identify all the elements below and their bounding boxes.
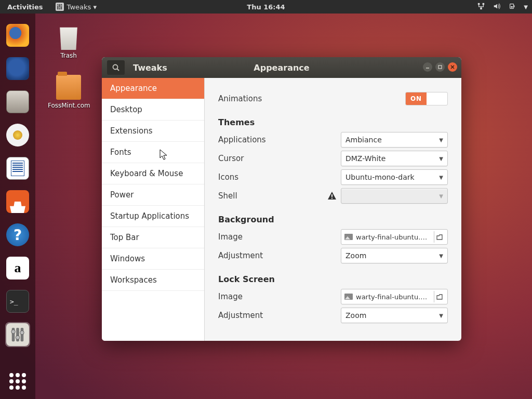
svg-point-15 xyxy=(11,330,16,334)
lock-adjustment-label: Adjustment xyxy=(218,311,341,320)
desktop-folder-label: FossMint.com xyxy=(48,102,90,109)
window-title: Tweaks xyxy=(133,63,167,73)
svg-point-5 xyxy=(60,5,62,7)
chevron-down-icon: ▼ xyxy=(439,156,443,162)
toggle-on-label: ON xyxy=(406,92,427,105)
activities-button[interactable]: Activities xyxy=(0,3,50,11)
bg-adjustment-label: Adjustment xyxy=(218,251,341,260)
chevron-down-icon: ▼ xyxy=(439,313,443,318)
lock-adjustment-value: Zoom xyxy=(345,311,439,320)
dock-writer[interactable] xyxy=(5,156,30,181)
dock-amazon[interactable]: a xyxy=(5,256,30,281)
svg-rect-22 xyxy=(331,194,332,197)
sidebar-item-fonts[interactable]: Fonts xyxy=(102,142,204,163)
window-subtitle: Appearance xyxy=(254,63,309,73)
bg-image-value: warty-final-ubuntu.png xyxy=(356,233,431,241)
applications-value: Ambiance xyxy=(345,136,439,144)
network-icon xyxy=(477,3,485,11)
search-button[interactable] xyxy=(107,60,125,75)
volume-icon xyxy=(493,3,501,11)
mouse-cursor xyxy=(159,149,169,163)
dock-terminal[interactable]: >_ xyxy=(5,289,30,314)
icons-combo[interactable]: Ubuntu-mono-dark ▼ xyxy=(341,169,448,185)
dock-tweaks[interactable] xyxy=(5,322,30,347)
sidebar-item-workspaces[interactable]: Workspaces xyxy=(102,270,204,291)
themes-heading: Themes xyxy=(218,117,448,127)
dock-software[interactable] xyxy=(5,189,30,214)
app-menu-label: Tweaks ▾ xyxy=(67,3,97,11)
dock-files[interactable] xyxy=(5,89,30,114)
open-icon xyxy=(434,231,444,243)
settings-panel: Animations ON Themes Applications Ambian… xyxy=(205,78,461,341)
svg-rect-10 xyxy=(511,6,513,8)
applications-combo[interactable]: Ambiance ▼ xyxy=(341,132,448,148)
chevron-down-icon: ▼ xyxy=(439,253,443,259)
lock-heading: Lock Screen xyxy=(218,274,448,284)
gnome-top-bar: Activities Tweaks ▾ Thu 16:44 ▼ xyxy=(0,0,532,14)
cursor-label: Cursor xyxy=(218,154,341,163)
lock-adjustment-combo[interactable]: Zoom ▼ xyxy=(341,308,448,323)
applications-label: Applications xyxy=(218,135,341,144)
dock-thunderbird[interactable] xyxy=(5,56,30,81)
svg-rect-23 xyxy=(331,198,332,199)
maximize-button[interactable] xyxy=(435,62,445,72)
dock-firefox[interactable] xyxy=(5,23,30,48)
svg-rect-21 xyxy=(438,65,442,69)
show-applications-button[interactable] xyxy=(7,371,28,392)
sidebar-item-extensions[interactable]: Extensions xyxy=(102,121,204,142)
bg-adjustment-combo[interactable]: Zoom ▼ xyxy=(341,248,448,263)
animations-toggle[interactable]: ON xyxy=(405,92,448,105)
desktop-folder[interactable]: FossMint.com xyxy=(48,75,89,109)
bg-image-label: Image xyxy=(218,232,341,242)
cursor-value: DMZ-White xyxy=(345,154,439,163)
svg-rect-8 xyxy=(481,7,483,9)
sidebar-item-startup-applications[interactable]: Startup Applications xyxy=(102,206,204,227)
animations-label: Animations xyxy=(218,94,405,103)
desktop-trash[interactable]: Trash xyxy=(48,25,89,59)
svg-point-3 xyxy=(57,5,58,6)
bg-adjustment-value: Zoom xyxy=(345,251,439,260)
titlebar[interactable]: Tweaks Appearance xyxy=(102,57,461,78)
icons-value: Ubuntu-mono-dark xyxy=(345,173,439,181)
svg-point-4 xyxy=(59,7,60,8)
cursor-combo[interactable]: DMZ-White ▼ xyxy=(341,151,448,166)
sidebar-item-appearance[interactable]: Appearance xyxy=(102,78,204,99)
app-menu[interactable]: Tweaks ▾ xyxy=(51,3,101,11)
background-heading: Background xyxy=(218,215,448,224)
lock-image-value: warty-final-ubuntu.png xyxy=(356,293,431,301)
power-icon xyxy=(508,3,516,11)
lock-image-label: Image xyxy=(218,292,341,301)
trash-icon xyxy=(56,25,81,50)
svg-rect-2 xyxy=(60,4,62,10)
open-icon xyxy=(434,291,444,302)
svg-rect-6 xyxy=(478,3,480,5)
desktop-trash-label: Trash xyxy=(60,52,77,59)
sidebar-item-top-bar[interactable]: Top Bar xyxy=(102,227,204,248)
dock-help[interactable]: ? xyxy=(5,222,30,247)
clock[interactable]: Thu 16:44 xyxy=(247,3,285,11)
svg-rect-7 xyxy=(483,3,485,5)
tweaks-icon xyxy=(56,3,64,11)
minimize-button[interactable] xyxy=(423,62,432,72)
svg-point-16 xyxy=(16,336,20,340)
shell-label: Shell xyxy=(218,191,327,201)
image-icon xyxy=(344,294,353,300)
sidebar-item-windows[interactable]: Windows xyxy=(102,248,204,270)
svg-rect-1 xyxy=(59,4,60,10)
system-tray[interactable]: ▼ xyxy=(477,3,532,11)
sidebar-item-keyboard-mouse[interactable]: Keyboard & Mouse xyxy=(102,163,204,184)
svg-rect-11 xyxy=(514,5,515,7)
sidebar-item-desktop[interactable]: Desktop xyxy=(102,99,204,121)
svg-point-18 xyxy=(113,65,118,70)
chevron-down-icon: ▼ xyxy=(439,193,443,199)
lock-image-chooser[interactable]: warty-final-ubuntu.png xyxy=(341,289,448,304)
bg-image-chooser[interactable]: warty-final-ubuntu.png xyxy=(341,229,448,245)
image-icon xyxy=(344,234,353,240)
close-button[interactable] xyxy=(448,62,457,72)
chevron-down-icon: ▼ xyxy=(524,4,528,10)
svg-line-19 xyxy=(117,69,119,71)
sidebar-item-power[interactable]: Power xyxy=(102,184,204,206)
svg-point-17 xyxy=(20,331,24,335)
dock-rhythmbox[interactable] xyxy=(5,123,30,148)
icons-label: Icons xyxy=(218,172,341,182)
